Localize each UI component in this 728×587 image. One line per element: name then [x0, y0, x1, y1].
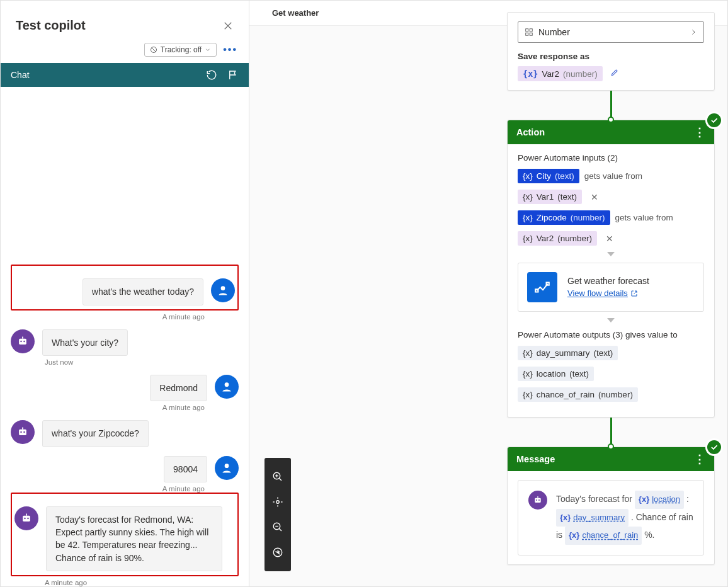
svg-rect-2: [19, 338, 26, 344]
timestamp: A minute ago: [11, 313, 239, 321]
chat-header: Chat: [1, 63, 249, 87]
action-kebab-icon[interactable]: ⋮: [694, 127, 705, 138]
svg-point-1: [221, 287, 225, 291]
message-text: Today's forecast for Redmond, WA: Expect…: [46, 506, 222, 571]
svg-rect-19: [535, 498, 540, 503]
svg-point-7: [20, 431, 22, 433]
timestamp: A minute ago: [11, 485, 239, 493]
flow-icon: [527, 272, 557, 302]
svg-point-23: [276, 501, 280, 504]
timestamp: Just now: [11, 358, 239, 366]
user-avatar-icon: [215, 456, 239, 480]
svg-point-5: [225, 382, 229, 387]
var-token[interactable]: {x}Var2(number): [518, 231, 597, 246]
message-text: What's your city?: [42, 329, 128, 356]
minimap-button[interactable]: [264, 540, 291, 565]
timestamp: A minute ago: [11, 404, 239, 411]
fit-to-screen-button[interactable]: [264, 489, 291, 515]
message-node-header[interactable]: Message ⋮: [508, 447, 714, 471]
message-text: what's your Zipcocde?: [42, 420, 149, 447]
svg-rect-10: [23, 516, 30, 521]
action-node-header[interactable]: Action ⋮: [508, 120, 714, 144]
param-token[interactable]: {x}City(text): [518, 169, 579, 183]
grid-icon: [525, 28, 533, 37]
svg-rect-16: [530, 33, 532, 35]
save-var-token[interactable]: {x} Var2 (number): [518, 66, 603, 81]
chat-message: What's your city?: [11, 329, 239, 356]
remove-mapping-icon[interactable]: ✕: [591, 192, 598, 202]
type-select[interactable]: Number: [518, 21, 704, 43]
timestamp: A minute ago: [11, 579, 239, 586]
param-token[interactable]: {x}Zipcode(number): [518, 210, 610, 225]
save-response-label: Save response as: [518, 52, 704, 61]
view-flow-details-link[interactable]: View flow details: [567, 288, 638, 298]
message-kebab-icon[interactable]: ⋮: [694, 453, 705, 465]
message-text: Redmond: [150, 375, 207, 401]
reset-icon[interactable]: [206, 69, 217, 81]
chat-message: 98004: [11, 456, 239, 482]
output-token[interactable]: {x}day_summary(text): [518, 346, 618, 360]
zoom-toolbar: [264, 458, 291, 571]
chat-message: what's your Zipcocde?: [11, 420, 239, 447]
message-preview[interactable]: Today's forecast for {x}location : {x}da…: [518, 480, 704, 556]
svg-rect-13: [526, 29, 528, 31]
output-token[interactable]: {x}chance_of_rain(number): [518, 387, 638, 402]
var-day-summary[interactable]: {x}day_summary: [556, 509, 628, 527]
chat-message: what's the weather today?: [14, 278, 235, 305]
external-link-icon: [630, 290, 638, 297]
tracking-toggle[interactable]: Tracking: off: [144, 43, 217, 57]
status-check-icon: [705, 111, 723, 129]
test-copilot-panel: Test copilot Tracking: off ••• Chat what…: [1, 1, 249, 586]
message-text: 98004: [164, 456, 207, 482]
var-location[interactable]: {x}location: [635, 491, 684, 509]
more-options-button[interactable]: •••: [223, 44, 237, 55]
output-token[interactable]: {x}location(text): [518, 367, 594, 381]
user-avatar-icon: [211, 278, 235, 302]
svg-rect-6: [19, 430, 26, 435]
tracking-off-icon: [150, 46, 157, 54]
svg-rect-14: [530, 29, 532, 31]
bot-avatar-icon: [11, 420, 35, 444]
edit-variable-icon[interactable]: [610, 68, 619, 79]
svg-point-4: [23, 340, 25, 342]
var-token[interactable]: {x}Var1(text): [518, 190, 582, 204]
flag-icon[interactable]: [227, 69, 239, 81]
outputs-heading: Power Automate outputs (3) gives value t…: [518, 330, 704, 339]
bot-avatar-icon: [528, 491, 547, 510]
test-copilot-title: Test copilot: [16, 18, 86, 33]
var-chance-of-rain[interactable]: {x}chance_of_rain: [565, 527, 642, 545]
close-icon[interactable]: [222, 20, 234, 31]
chat-tab-label: Chat: [11, 70, 30, 80]
bot-avatar-icon: [11, 329, 35, 353]
flow-name: Get weather forecast: [567, 276, 649, 286]
svg-point-12: [27, 518, 29, 520]
zoom-in-button[interactable]: [264, 464, 291, 489]
zoom-out-button[interactable]: [264, 515, 291, 540]
svg-point-9: [225, 464, 229, 468]
svg-point-20: [536, 499, 537, 501]
remove-mapping-icon[interactable]: ✕: [606, 234, 613, 244]
svg-point-11: [24, 518, 26, 520]
message-text: what's the weather today?: [82, 278, 203, 305]
authoring-canvas: Get weather Number Save response as: [249, 1, 727, 586]
status-check-icon: [705, 438, 723, 456]
user-avatar-icon: [215, 375, 239, 399]
chat-message: Redmond: [11, 375, 239, 401]
chat-messages: what's the weather today?A minute agoWha…: [1, 87, 249, 586]
flow-card[interactable]: Get weather forecast View flow details: [518, 263, 704, 312]
chevron-right-icon: [690, 28, 697, 36]
svg-point-8: [23, 431, 25, 433]
svg-point-3: [20, 340, 22, 342]
bot-avatar-icon: [14, 506, 38, 530]
svg-rect-15: [526, 33, 528, 35]
svg-point-21: [538, 499, 540, 501]
chat-message: Today's forecast for Redmond, WA: Expect…: [14, 506, 235, 571]
chevron-down-icon: [205, 47, 211, 53]
inputs-heading: Power Automate inputs (2): [518, 153, 704, 162]
